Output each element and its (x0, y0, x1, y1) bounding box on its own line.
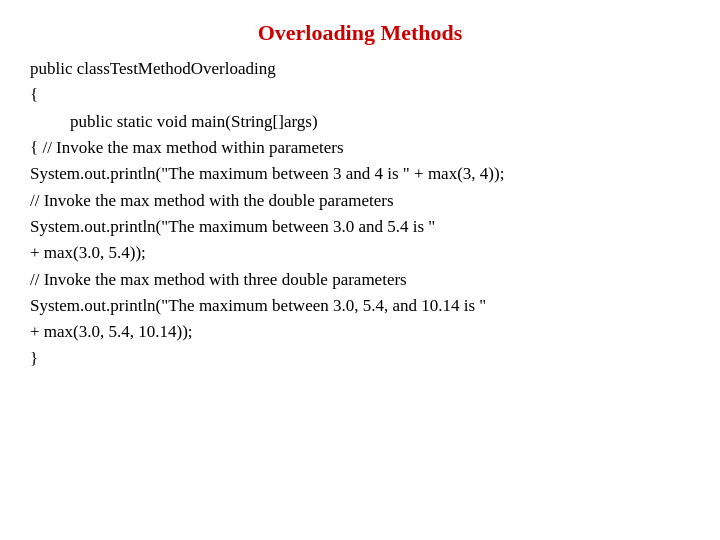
code-line-12: } (30, 346, 690, 372)
code-line-8: + max(3.0, 5.4)); (30, 240, 690, 266)
code-block: public classTestMethodOverloading { publ… (30, 56, 690, 372)
code-line-5: System.out.println("The maximum between … (30, 161, 690, 187)
code-line-6: // Invoke the max method with the double… (30, 188, 690, 214)
code-line-4: { // Invoke the max method within parame… (30, 135, 690, 161)
code-line-9: // Invoke the max method with three doub… (30, 267, 690, 293)
page-container: Overloading Methods public classTestMeth… (0, 0, 720, 540)
code-line-10: System.out.println("The maximum between … (30, 293, 690, 319)
code-line-3: public static void main(String[]args) (30, 109, 690, 135)
code-line-11: + max(3.0, 5.4, 10.14)); (30, 319, 690, 345)
code-line-2: { (30, 82, 690, 108)
code-line-1: public classTestMethodOverloading (30, 56, 690, 82)
code-line-7: System.out.println("The maximum between … (30, 214, 690, 240)
page-title: Overloading Methods (30, 20, 690, 46)
